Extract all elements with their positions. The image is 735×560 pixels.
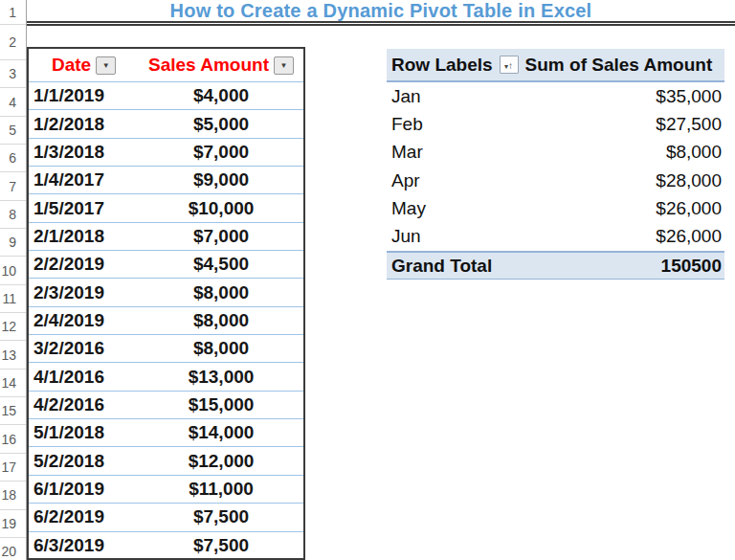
- pivot-row: Mar $8,000: [387, 139, 724, 167]
- row-number[interactable]: 3: [0, 60, 26, 88]
- date-cell[interactable]: 6/2/2019: [29, 506, 139, 527]
- amount-cell[interactable]: $7,000: [139, 226, 303, 247]
- date-cell[interactable]: 2/1/2018: [29, 226, 139, 247]
- amount-cell[interactable]: $8,000: [139, 310, 303, 331]
- table-row: 2/1/2018 $7,000: [29, 223, 303, 251]
- table-row: 1/5/2017 $10,000: [29, 194, 303, 222]
- pivot-row-value-cell[interactable]: $26,000: [511, 226, 724, 247]
- row-number[interactable]: 15: [0, 397, 26, 425]
- table-row: 4/2/2016 $15,000: [29, 392, 303, 419]
- date-cell[interactable]: 2/3/2019: [29, 282, 139, 303]
- row-number[interactable]: 19: [0, 510, 26, 538]
- row-number[interactable]: 7: [0, 172, 26, 200]
- date-cell[interactable]: 5/2/2018: [29, 451, 139, 472]
- row-number[interactable]: 6: [0, 145, 26, 172]
- table-row: 6/3/2019 $7,500: [29, 532, 303, 560]
- pivot-row-value-cell[interactable]: $8,000: [511, 142, 724, 163]
- pivot-row-label-cell[interactable]: Apr: [387, 170, 511, 191]
- date-filter-button[interactable]: ▼: [96, 56, 116, 75]
- row-number[interactable]: 2: [0, 25, 26, 60]
- amount-cell[interactable]: $12,000: [139, 451, 303, 472]
- pivot-row-value-cell[interactable]: $28,000: [511, 170, 724, 191]
- row-number[interactable]: 9: [0, 229, 26, 257]
- date-cell[interactable]: 4/1/2016: [29, 367, 139, 388]
- pivot-body: Jan $35,000 Feb $27,500 Mar $8,000 Apr $…: [387, 82, 724, 251]
- table-row: 1/4/2017 $9,000: [29, 167, 303, 194]
- amount-cell[interactable]: $8,000: [139, 282, 303, 303]
- pivot-row: Apr $28,000: [387, 167, 724, 194]
- pivot-row: Jun $26,000: [387, 223, 724, 251]
- pivot-row-label-cell[interactable]: Mar: [387, 142, 511, 163]
- date-cell[interactable]: 1/4/2017: [29, 169, 139, 190]
- row-number[interactable]: 14: [0, 370, 26, 397]
- row-number[interactable]: 12: [0, 313, 26, 341]
- pivot-row-value-cell[interactable]: $26,000: [511, 198, 724, 219]
- title-cell[interactable]: How to Create a Dynamic Pivot Table in E…: [27, 0, 735, 26]
- row-number[interactable]: 16: [0, 425, 26, 453]
- amount-cell[interactable]: $8,000: [139, 338, 303, 359]
- pivot-row-label-cell[interactable]: Feb: [387, 114, 511, 135]
- row-number[interactable]: 1: [0, 0, 26, 25]
- table-row: 2/2/2019 $4,500: [29, 251, 303, 279]
- amount-cell[interactable]: $4,000: [139, 85, 303, 106]
- filter-dropdown-icon: ▼: [102, 61, 110, 70]
- date-cell[interactable]: 2/2/2019: [29, 254, 139, 275]
- amount-cell[interactable]: $7,500: [139, 506, 303, 527]
- pivot-row-label-cell[interactable]: Jun: [387, 226, 511, 247]
- pivot-row-value-cell[interactable]: $27,500: [511, 114, 724, 135]
- amount-cell[interactable]: $13,000: [139, 367, 303, 388]
- date-cell[interactable]: 6/1/2019: [29, 479, 139, 500]
- amount-cell[interactable]: $4,500: [139, 254, 303, 275]
- date-header-cell[interactable]: Date ▼: [29, 49, 139, 81]
- date-cell[interactable]: 3/2/2016: [29, 338, 139, 359]
- row-number[interactable]: 18: [0, 482, 26, 509]
- date-cell[interactable]: 5/1/2018: [29, 422, 139, 443]
- pivot-header-row: Row Labels ▾ ↑ Sum of Sales Amount: [387, 49, 724, 82]
- sales-amount-header-cell[interactable]: Sales Amount ▼: [139, 49, 303, 81]
- table-row: 1/2/2018 $5,000: [29, 110, 303, 138]
- row-number[interactable]: 13: [0, 341, 26, 369]
- pivot-row: Jan $35,000: [387, 82, 724, 110]
- data-table-body: 1/1/2019 $4,000 1/2/2018 $5,000 1/3/2018…: [29, 82, 303, 560]
- date-header-label: Date: [52, 55, 91, 76]
- row-number[interactable]: 17: [0, 454, 26, 482]
- row-number[interactable]: 11: [0, 285, 26, 313]
- row-labels-sort-filter-button[interactable]: ▾ ↑: [500, 56, 519, 74]
- row-number[interactable]: 20: [0, 538, 26, 560]
- pivot-row-value-cell[interactable]: $35,000: [511, 86, 724, 107]
- data-table-header-row: Date ▼ Sales Amount ▼: [29, 49, 303, 82]
- pivot-row-label-cell[interactable]: May: [387, 198, 511, 219]
- date-cell[interactable]: 2/4/2019: [29, 310, 139, 331]
- date-cell[interactable]: 1/2/2018: [29, 114, 139, 135]
- table-row: 6/2/2019 $7,500: [29, 504, 303, 531]
- date-cell[interactable]: 1/1/2019: [29, 85, 139, 106]
- date-cell[interactable]: 6/3/2019: [29, 535, 139, 556]
- source-data-table: Date ▼ Sales Amount ▼ 1/1/2019 $4,000: [27, 47, 305, 560]
- row-number[interactable]: 4: [0, 88, 26, 116]
- table-row: 6/1/2019 $11,000: [29, 476, 303, 504]
- date-cell[interactable]: 1/5/2017: [29, 198, 139, 219]
- date-cell[interactable]: 1/3/2018: [29, 142, 139, 163]
- pivot-row: May $26,000: [387, 194, 724, 222]
- amount-cell[interactable]: $9,000: [139, 169, 303, 190]
- row-number[interactable]: 8: [0, 201, 26, 229]
- sales-amount-filter-button[interactable]: ▼: [274, 56, 294, 75]
- grand-total-value-cell[interactable]: 150500: [511, 256, 724, 277]
- amount-cell[interactable]: $15,000: [139, 394, 303, 415]
- table-row: 5/1/2018 $14,000: [29, 419, 303, 447]
- date-cell[interactable]: 4/2/2016: [29, 394, 139, 415]
- row-number[interactable]: 5: [0, 117, 26, 145]
- amount-cell[interactable]: $7,000: [139, 142, 303, 163]
- amount-cell[interactable]: $14,000: [139, 422, 303, 443]
- row-labels-header[interactable]: Row Labels: [391, 55, 493, 76]
- pivot-row-label-cell[interactable]: Jan: [387, 86, 511, 107]
- amount-cell[interactable]: $7,500: [139, 535, 303, 556]
- grand-total-label-cell[interactable]: Grand Total: [387, 256, 511, 277]
- pivot-row: Feb $27,500: [387, 110, 724, 138]
- row-number[interactable]: 10: [0, 257, 26, 284]
- amount-cell[interactable]: $11,000: [139, 479, 303, 500]
- pivot-table: Row Labels ▾ ↑ Sum of Sales Amount Jan $…: [387, 49, 724, 280]
- amount-cell[interactable]: $10,000: [139, 198, 303, 219]
- sum-of-sales-header[interactable]: Sum of Sales Amount: [525, 55, 713, 76]
- amount-cell[interactable]: $5,000: [139, 114, 303, 135]
